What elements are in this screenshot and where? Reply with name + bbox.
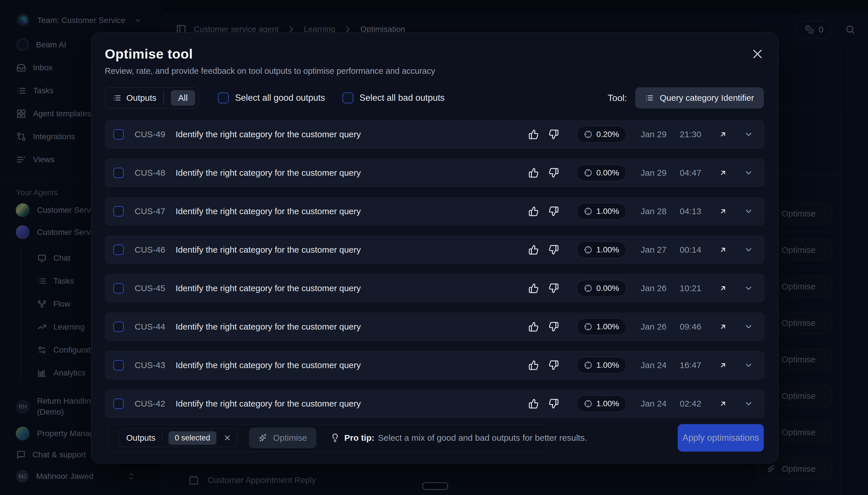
thumbs-up-icon[interactable]	[528, 360, 539, 370]
thumbs-down-icon[interactable]	[549, 206, 559, 217]
score-badge: 0.00%	[577, 165, 626, 181]
modal-header: Optimise tool Review, rate, and provide …	[91, 33, 778, 76]
row-title: Identify the right category for the cust…	[176, 168, 361, 178]
output-row[interactable]: CUS-49 Identify the right category for t…	[105, 120, 765, 149]
arrow-up-right-icon[interactable]	[718, 245, 728, 255]
thumbs-down-icon[interactable]	[549, 360, 559, 370]
thumbs-down-icon[interactable]	[549, 245, 559, 255]
target-icon	[584, 322, 592, 331]
thumbs-down-icon[interactable]	[549, 283, 559, 293]
apply-optimisations-button[interactable]: Apply optimisations	[678, 424, 764, 451]
row-id: CUS-45	[135, 284, 165, 293]
select-good-label: Select all good outputs	[235, 93, 325, 103]
outputs-filter-group[interactable]: Outputs All	[105, 87, 199, 108]
expand-chevron-icon[interactable]	[744, 130, 753, 139]
thumbs-up-icon[interactable]	[528, 168, 539, 178]
thumbs-down-icon[interactable]	[549, 129, 559, 139]
score-value: 0.00%	[596, 284, 619, 293]
list-icon	[645, 93, 654, 102]
output-row[interactable]: CUS-46 Identify the right category for t…	[105, 236, 765, 264]
row-time: 09:46	[680, 322, 707, 331]
row-id: CUS-44	[135, 322, 165, 331]
expand-chevron-icon[interactable]	[744, 168, 753, 177]
row-title: Identify the right category for the cust…	[176, 399, 361, 409]
row-title: Identify the right category for the cust…	[176, 206, 361, 216]
output-row[interactable]: CUS-45 Identify the right category for t…	[105, 274, 765, 303]
output-row[interactable]: CUS-42 Identify the right category for t…	[105, 389, 765, 418]
output-row[interactable]: CUS-43 Identify the right category for t…	[105, 351, 765, 379]
expand-chevron-icon[interactable]	[744, 399, 753, 408]
output-row[interactable]: CUS-44 Identify the right category for t…	[105, 312, 765, 341]
score-value: 0.20%	[596, 130, 619, 139]
optimise-button[interactable]: Optimise	[249, 428, 316, 448]
select-all-good[interactable]: Select all good outputs	[218, 92, 325, 103]
row-date: Jan 26	[641, 284, 671, 293]
row-title: Identify the right category for the cust…	[176, 284, 361, 293]
row-time: 10:21	[680, 284, 707, 293]
expand-chevron-icon[interactable]	[744, 245, 753, 254]
output-row[interactable]: CUS-48 Identify the right category for t…	[105, 158, 765, 187]
selection-bar: Outputs 0 selected Optimise Pro tip: Sel…	[108, 424, 547, 451]
tool-selector[interactable]: Query category Identifier	[635, 87, 764, 108]
sparkle-icon	[258, 433, 268, 443]
row-checkbox[interactable]	[114, 206, 124, 217]
score-value: 1.00%	[596, 361, 619, 370]
row-date: Jan 24	[641, 399, 671, 409]
thumbs-up-icon[interactable]	[528, 322, 539, 332]
thumbs-up-icon[interactable]	[528, 129, 539, 139]
row-time: 00:14	[680, 245, 707, 255]
thumbs-up-icon[interactable]	[528, 245, 539, 255]
all-filter-button[interactable]: All	[171, 90, 195, 106]
expand-chevron-icon[interactable]	[744, 207, 753, 216]
checkbox[interactable]	[343, 92, 353, 103]
row-date: Jan 26	[641, 322, 671, 331]
row-checkbox[interactable]	[114, 129, 124, 139]
arrow-up-right-icon[interactable]	[718, 284, 728, 293]
row-checkbox[interactable]	[114, 360, 124, 370]
row-checkbox[interactable]	[114, 245, 124, 255]
select-bad-label: Select all bad outputs	[360, 93, 445, 103]
row-checkbox[interactable]	[114, 398, 124, 409]
pro-tip-text: Select a mix of good and bad outputs for…	[378, 433, 587, 443]
thumbs-up-icon[interactable]	[528, 398, 539, 409]
divider	[162, 433, 162, 443]
outputs-label: Outputs	[126, 433, 156, 443]
arrow-up-right-icon[interactable]	[718, 168, 728, 178]
outputs-label: Outputs	[126, 93, 156, 103]
target-icon	[584, 207, 592, 216]
expand-chevron-icon[interactable]	[744, 361, 753, 370]
row-time: 21:30	[680, 130, 707, 139]
arrow-up-right-icon[interactable]	[718, 399, 728, 409]
thumbs-up-icon[interactable]	[528, 206, 539, 217]
row-checkbox[interactable]	[114, 322, 124, 332]
arrow-up-right-icon[interactable]	[718, 206, 728, 216]
select-all-bad[interactable]: Select all bad outputs	[343, 92, 445, 103]
row-time: 04:13	[680, 206, 707, 216]
row-checkbox[interactable]	[114, 283, 124, 293]
thumbs-down-icon[interactable]	[549, 398, 559, 409]
score-value: 1.00%	[596, 207, 619, 216]
tool-name: Query category Identifier	[660, 93, 754, 103]
output-rows: CUS-49 Identify the right category for t…	[105, 120, 765, 418]
score-badge: 1.00%	[577, 319, 626, 335]
expand-chevron-icon[interactable]	[744, 284, 753, 293]
expand-chevron-icon[interactable]	[744, 322, 753, 331]
thumbs-down-icon[interactable]	[549, 322, 559, 332]
arrow-up-right-icon[interactable]	[718, 322, 728, 331]
row-id: CUS-48	[135, 168, 165, 178]
thumbs-down-icon[interactable]	[549, 168, 559, 178]
score-value: 0.00%	[596, 168, 619, 177]
clear-selection-icon[interactable]	[223, 434, 231, 442]
tool-label: Tool:	[608, 93, 627, 103]
output-row[interactable]: CUS-47 Identify the right category for t…	[105, 197, 765, 226]
arrow-up-right-icon[interactable]	[718, 360, 728, 370]
checkbox[interactable]	[218, 92, 229, 103]
target-icon	[584, 284, 592, 293]
arrow-up-right-icon[interactable]	[718, 130, 728, 139]
close-icon[interactable]	[751, 48, 764, 60]
row-time: 16:47	[680, 360, 707, 370]
score-badge: 1.00%	[577, 357, 626, 374]
modal-filters: Outputs All Select all good outputs Sele…	[105, 87, 764, 108]
row-checkbox[interactable]	[114, 168, 124, 178]
thumbs-up-icon[interactable]	[528, 283, 539, 293]
